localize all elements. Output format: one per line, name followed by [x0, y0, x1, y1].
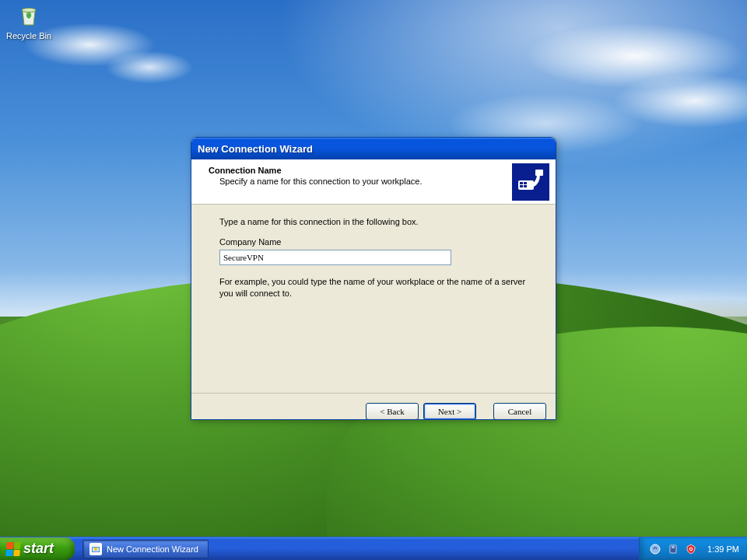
system-tray: 1:39 PM — [639, 537, 747, 560]
taskbar: start New Connection Wizard 1:39 P — [0, 537, 747, 560]
back-button[interactable]: < Back — [366, 403, 419, 420]
taskbar-item-wizard[interactable]: New Connection Wizard — [82, 540, 209, 558]
wizard-body: Type a name for this connection in the f… — [191, 205, 556, 393]
svg-rect-6 — [535, 170, 543, 176]
svg-rect-3 — [524, 182, 527, 184]
svg-rect-5 — [524, 185, 527, 187]
tray-icon-removable[interactable] — [667, 543, 679, 555]
wizard-title: New Connection Wizard — [198, 143, 313, 155]
svg-rect-12 — [672, 546, 675, 548]
svg-point-0 — [22, 9, 36, 12]
wizard-header: Connection Name Specify a name for this … — [191, 159, 556, 205]
tray-icon-generic[interactable] — [649, 543, 661, 555]
desktop-icon-label: Recycle Bin — [0, 31, 58, 40]
svg-point-9 — [94, 548, 97, 551]
start-button[interactable]: start — [0, 537, 75, 560]
wizard-button-row: < Back Next > Cancel — [191, 393, 556, 420]
cancel-button[interactable]: Cancel — [493, 403, 546, 420]
wizard-titlebar[interactable]: New Connection Wizard — [191, 138, 556, 159]
start-label: start — [23, 541, 54, 557]
company-name-input[interactable] — [219, 250, 451, 265]
wizard-header-subtitle: Specify a name for this connection to yo… — [219, 177, 506, 186]
taskbar-clock[interactable]: 1:39 PM — [707, 544, 739, 554]
wizard-instruction: Type a name for this connection in the f… — [219, 217, 528, 226]
desktop[interactable]: Recycle Bin New Connection Wizard Connec… — [0, 0, 747, 560]
desktop-icon-recycle-bin[interactable]: Recycle Bin — [0, 3, 58, 40]
wizard-header-title: Connection Name — [209, 166, 506, 175]
svg-point-10 — [651, 544, 660, 554]
svg-rect-4 — [520, 185, 523, 187]
connection-icon — [512, 163, 549, 201]
wizard-example-text: For example, you could type the name of … — [219, 276, 528, 299]
task-item-label: New Connection Wizard — [107, 544, 198, 554]
task-item-icon — [89, 543, 102, 555]
company-name-label: Company Name — [219, 237, 528, 247]
svg-rect-2 — [520, 182, 523, 184]
security-alert-icon[interactable] — [685, 543, 697, 555]
next-button[interactable]: Next > — [423, 403, 476, 420]
windows-logo-icon — [5, 542, 21, 556]
new-connection-wizard-window: New Connection Wizard Connection Name Sp… — [191, 137, 556, 420]
recycle-bin-icon — [16, 3, 41, 28]
